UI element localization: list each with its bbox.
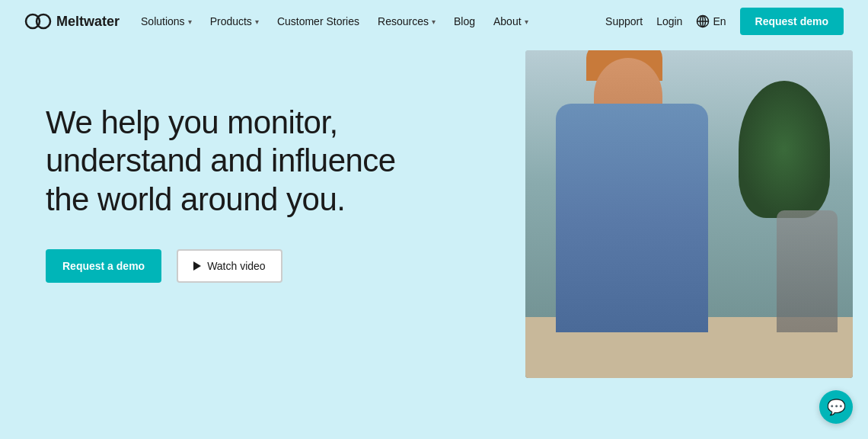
svg-point-1 — [37, 14, 50, 28]
navbar: Meltwater Solutions ▾ Products ▾ Custome… — [0, 0, 868, 43]
chevron-icon: ▾ — [255, 18, 259, 26]
hero-photo — [525, 50, 853, 378]
photo-plant — [739, 81, 830, 218]
chat-icon: 💬 — [827, 398, 846, 416]
logo[interactable]: Meltwater — [24, 13, 120, 30]
globe-icon — [696, 14, 710, 28]
nav-item-customer-stories[interactable]: Customer Stories — [277, 15, 359, 27]
hero-section: We help you monitor, understand and infl… — [0, 43, 868, 439]
hero-headline: We help you monitor, understand and infl… — [46, 104, 442, 219]
nav-item-resources[interactable]: Resources ▾ — [378, 15, 436, 27]
hero-cta-video[interactable]: Watch video — [177, 249, 282, 283]
nav-links: Solutions ▾ Products ▾ Customer Stories … — [141, 15, 528, 27]
request-demo-button[interactable]: Request demo — [740, 8, 844, 35]
hero-buttons: Request a demo Watch video — [46, 249, 442, 283]
language-selector[interactable]: En — [696, 14, 726, 28]
hero-cta-demo[interactable]: Request a demo — [46, 249, 161, 283]
hero-content: We help you monitor, understand and infl… — [46, 43, 442, 283]
login-link[interactable]: Login — [656, 15, 682, 27]
nav-item-products[interactable]: Products ▾ — [210, 15, 259, 27]
nav-left: Meltwater Solutions ▾ Products ▾ Custome… — [24, 13, 528, 30]
photo-person-body — [556, 104, 708, 332]
nav-item-solutions[interactable]: Solutions ▾ — [141, 15, 192, 27]
brand-name: Meltwater — [56, 14, 120, 30]
hero-image — [503, 43, 868, 439]
chat-bubble[interactable]: 💬 — [819, 390, 853, 424]
nav-item-about[interactable]: About ▾ — [493, 15, 528, 27]
chevron-icon: ▾ — [188, 18, 192, 26]
chevron-icon: ▾ — [525, 18, 528, 26]
chevron-icon: ▾ — [432, 18, 436, 26]
nav-right: Support Login En Request demo — [605, 8, 844, 35]
nav-item-blog[interactable]: Blog — [454, 15, 475, 27]
support-link[interactable]: Support — [605, 15, 643, 27]
photo-person-background — [777, 210, 838, 332]
play-icon — [193, 261, 201, 271]
logo-icon — [24, 13, 52, 30]
